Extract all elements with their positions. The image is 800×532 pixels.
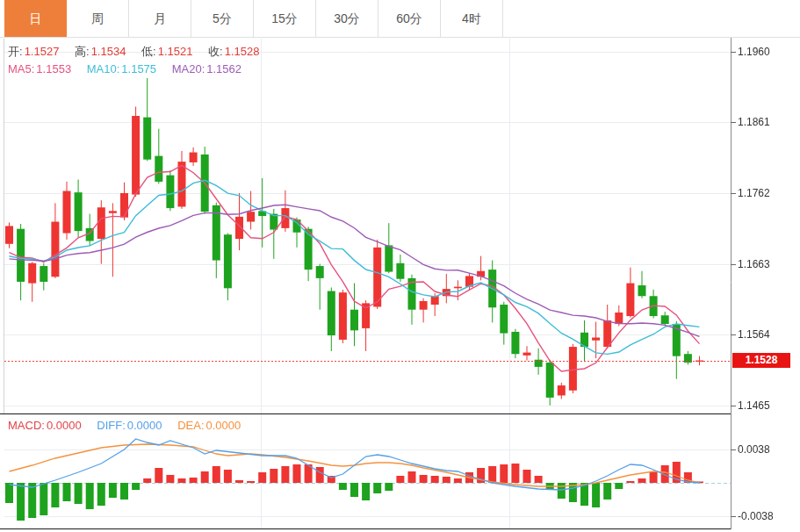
tab-5min[interactable]: 5分 [191,0,254,37]
ohlc-legend: 开:1.1527 高:1.1534 低:1.1521 收:1.1528 [8,44,271,60]
trading-chart-app: { "toolbar": { "tabs": [ {"label": "日", … [0,0,800,532]
dea-label: DEA: [177,419,204,432]
close-value: 1.1528 [225,45,260,58]
macd-value: 0.0000 [47,419,82,432]
open-label: 开: [8,45,23,58]
close-label: 收: [208,45,223,58]
current-price-badge: 1.1528 [732,353,790,368]
tab-month[interactable]: 月 [129,0,191,37]
ma5-value: 1.1553 [36,62,71,75]
ma-legend: MA5:1.1553 MA10:1.1575 MA20:1.1562 [8,62,254,75]
macd-label: MACD: [8,419,45,432]
tab-30min[interactable]: 30分 [316,0,378,37]
tab-60min[interactable]: 60分 [378,0,441,37]
ma20-value: 1.1562 [206,62,241,75]
tab-day[interactable]: 日 [4,0,67,37]
low-value: 1.1521 [158,45,193,58]
candlestick-macd-chart-canvas[interactable] [0,0,800,532]
timeframe-tabbar: 日 周 月 5分 15分 30分 60分 4时 [0,0,800,38]
dea-value: 0.0000 [206,419,241,432]
ma10-value: 1.1575 [121,62,156,75]
open-value: 1.1527 [25,45,60,58]
high-label: 高: [75,45,90,58]
ma10-label: MA10: [87,62,120,75]
diff-label: DIFF: [97,419,126,432]
ma5-label: MA5: [8,62,34,75]
tab-week[interactable]: 周 [67,0,129,37]
macd-legend: MACD:0.0000 DIFF:0.0000 DEA:0.0000 [8,419,253,432]
tab-4hour[interactable]: 4时 [441,0,503,37]
high-value: 1.1534 [91,45,126,58]
ma20-label: MA20: [172,62,205,75]
tab-15min[interactable]: 15分 [254,0,316,37]
diff-value: 0.0000 [127,419,162,432]
low-label: 低: [141,45,156,58]
